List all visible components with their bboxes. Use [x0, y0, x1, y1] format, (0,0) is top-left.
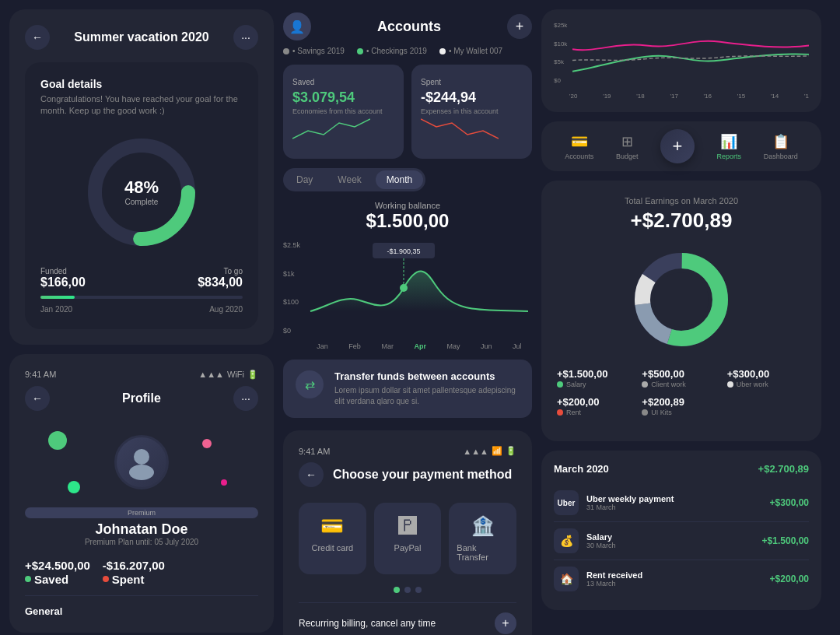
dot-2	[404, 587, 411, 593]
y-label-0: $0	[283, 327, 300, 335]
legend-wallet: • My Wallet 007	[439, 47, 502, 55]
line-chart-svg	[572, 22, 809, 84]
legend-dot-savings	[283, 48, 289, 54]
saved-label: Saved	[34, 573, 68, 586]
donut-sub: Complete	[124, 198, 159, 206]
spent-label: Spent	[112, 573, 145, 586]
dot-3	[415, 587, 422, 593]
tx-salary-date: 30 March	[586, 542, 754, 549]
tab-week[interactable]: Week	[327, 170, 372, 189]
payment-header: ← Choose your payment method	[299, 462, 516, 487]
avatar-svg	[122, 443, 161, 482]
earnings-amount: +$2.700,89	[557, 209, 806, 233]
payment-back-button[interactable]: ←	[299, 462, 324, 487]
x-apr: Apr	[414, 342, 426, 350]
legend-uber-work: +$300,00 Uber work	[727, 367, 806, 388]
profile-avatar-wrap	[25, 423, 258, 501]
credit-card-icon: 💳	[320, 515, 344, 537]
legend-ui-kits: +$200,89 UI Kits	[642, 395, 720, 416]
transfer-card[interactable]: ⇄ Transfer funds between accounts Lorem …	[283, 360, 532, 418]
nav-dashboard[interactable]: 📋 Dashboard	[764, 133, 798, 160]
profile-back-button[interactable]: ←	[25, 386, 50, 411]
avatar	[114, 435, 169, 489]
uber-value: +$300,00	[727, 368, 770, 380]
working-balance-amount: $1.500,00	[283, 210, 532, 232]
salary-dot	[557, 381, 563, 388]
payment-bank-transfer[interactable]: 🏦 Bank Transfer	[449, 503, 516, 574]
premium-badge: Premium	[25, 507, 258, 518]
nav-budget[interactable]: ⊞ Budget	[616, 133, 639, 160]
payment-paypal[interactable]: 🅿 PayPal	[374, 503, 442, 574]
general-section: General	[25, 595, 258, 617]
bank-transfer-label: Bank Transfer	[457, 543, 509, 562]
saved-card-amount: $3.079,54	[292, 89, 394, 106]
accounts-header: 👤 Accounts +	[283, 12, 532, 47]
x-16: '16	[704, 93, 712, 100]
client-value: +$500,00	[642, 368, 684, 380]
transfer-title: Transfer funds between accounts	[334, 370, 520, 382]
reports-nav-icon: 📊	[720, 133, 737, 150]
goal-details-label: Goal details	[40, 78, 243, 90]
column-1: ← Summer vacation 2020 ··· Goal details …	[9, 9, 274, 626]
donut-chart: 48% Complete	[40, 130, 243, 254]
accounts-title: Accounts	[377, 19, 441, 35]
x-jul: Jul	[513, 342, 522, 350]
general-label: General	[25, 605, 62, 617]
y-label-1k: $1k	[283, 270, 300, 278]
date-end: Aug 2020	[209, 305, 243, 314]
y-5k: $5k	[554, 58, 567, 65]
earnings-label: Total Earnings on March 2020	[557, 196, 806, 205]
credit-card-label: Credit card	[311, 543, 353, 553]
nav-reports[interactable]: 📊 Reports	[717, 133, 742, 160]
status-bar-profile: 9:41 AM ▲▲▲ WiFi 🔋	[25, 370, 258, 380]
more-button[interactable]: ···	[233, 25, 258, 50]
tx-rent-icon: 🏠	[554, 567, 579, 591]
payment-credit-card[interactable]: 💳 Credit card	[299, 503, 366, 574]
tx-salary-amount: +$1.500,00	[762, 535, 809, 546]
spent-amount: -$16.207,00	[103, 559, 165, 572]
nav-accounts[interactable]: 💳 Accounts	[565, 133, 593, 160]
back-button[interactable]: ←	[25, 25, 50, 50]
y-0: $0	[554, 77, 567, 84]
payment-title: Choose your payment method	[333, 468, 512, 482]
tx-uber-date: 31 March	[586, 503, 762, 511]
right-chart-x-labels: '20 '19 '18 '17 '16 '15 '14 '1	[569, 93, 809, 100]
donut-percentage: 48%	[124, 177, 159, 198]
nav-add-button[interactable]: +	[660, 129, 695, 163]
goal-details-card: Goal details Congratulations! You have r…	[25, 62, 258, 329]
spent-sparkline	[421, 115, 499, 146]
tx-salary-info: Salary 30 March	[586, 532, 754, 549]
togo-value: $834,00	[198, 275, 243, 289]
tab-month[interactable]: Month	[376, 170, 423, 189]
goal-description: Congratulations! You have reached your g…	[40, 93, 243, 118]
client-dot	[642, 381, 648, 388]
togo-label: To go	[198, 267, 243, 275]
tab-day[interactable]: Day	[285, 170, 324, 189]
payment-battery-icon: 🔋	[506, 446, 516, 456]
x-18: '18	[636, 93, 644, 100]
tx-uber-amount: +$300,00	[770, 497, 809, 508]
dot-1	[394, 587, 400, 593]
earnings-donut	[557, 245, 806, 354]
savings-spent-row: Saved $3.079,54 Economies from this acco…	[283, 65, 532, 159]
status-bar-payment: 9:41 AM ▲▲▲ 📶 🔋	[299, 446, 516, 456]
svg-point-12	[654, 272, 709, 327]
blob-pink2	[221, 479, 227, 486]
tx-uber: Uber Uber weekly payment 31 March +$300,…	[554, 484, 809, 522]
recurring-row: Recurring billing, cancel any time +	[299, 602, 516, 634]
tx-rent-date: 13 March	[586, 580, 762, 588]
blob-pink	[202, 439, 212, 448]
transactions-month: March 2020	[554, 463, 609, 475]
recurring-add-button[interactable]: +	[495, 612, 516, 634]
bottom-nav: 💳 Accounts ⊞ Budget + 📊 Reports 📋 Dashbo…	[541, 121, 821, 171]
column-3: $25k $10k $5k $0 '20 '19 '18 '17 '16 '15	[541, 9, 821, 626]
add-account-button[interactable]: +	[507, 14, 532, 39]
payment-card: 9:41 AM ▲▲▲ 📶 🔋 ← Choose your payment me…	[283, 430, 532, 635]
saved-card-label: Saved	[292, 78, 314, 86]
tx-uber-name: Uber weekly payment	[586, 494, 762, 503]
profile-more-button[interactable]: ···	[233, 386, 258, 411]
x-17: '17	[670, 93, 677, 100]
tx-salary: 💰 Salary 30 March +$1.500,00	[554, 522, 809, 560]
battery-icon: 🔋	[247, 370, 258, 380]
profile-name: Johnatan Doe	[25, 521, 258, 538]
